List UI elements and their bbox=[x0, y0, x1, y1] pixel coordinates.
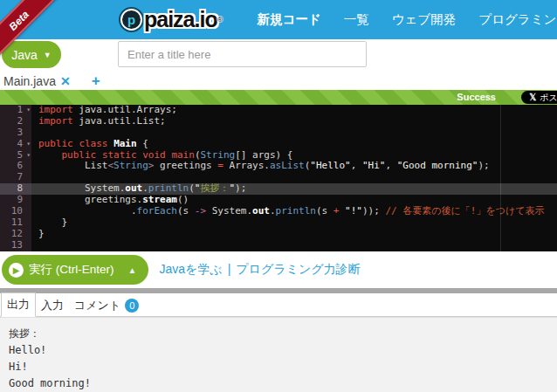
x-post-label: ポスト bbox=[540, 92, 557, 104]
code-line-text: .forEach(s -> System.out.println(s + "!"… bbox=[31, 206, 544, 217]
line-number: 3 bbox=[0, 127, 31, 139]
run-button[interactable]: ▶ 実行 (Ctrl-Enter) ▲ bbox=[2, 255, 148, 285]
code-line[interactable]: 13 bbox=[0, 240, 557, 251]
paiza-io-app: Beta p paiza.io ® 新規コード 一覧 ウェブ開発 プログラミング… bbox=[0, 0, 557, 392]
code-line-text: } bbox=[31, 217, 67, 229]
line-number: 1▾ bbox=[0, 105, 31, 116]
file-tabs-row: Main.java ✕ + bbox=[0, 72, 557, 90]
output-line: 挨拶： bbox=[9, 326, 548, 342]
x-twitter-icon: 𝕏 bbox=[529, 93, 536, 102]
line-number: 10 bbox=[0, 206, 31, 217]
top-navbar: p paiza.io ® 新規コード 一覧 ウェブ開発 プログラミング学習 bbox=[0, 0, 557, 39]
line-number: 6 bbox=[0, 161, 31, 172]
file-tab-main-java[interactable]: Main.java ✕ bbox=[3, 74, 71, 88]
line-number: 2 bbox=[0, 116, 31, 127]
code-line-text bbox=[31, 127, 38, 139]
comment-count-badge: 0 bbox=[125, 299, 139, 313]
language-selector-label: Java bbox=[11, 48, 38, 62]
code-lines: 1▾import java.util.Arrays;2import java.u… bbox=[0, 105, 557, 251]
status-progress-bar: Success 𝕏 ポスト bbox=[0, 90, 557, 105]
nav-item-list[interactable]: 一覧 bbox=[344, 11, 369, 28]
add-file-icon[interactable]: + bbox=[92, 72, 100, 90]
brand-logo[interactable]: p paiza.io ® bbox=[120, 7, 223, 32]
title-input[interactable] bbox=[118, 41, 367, 67]
line-number: 13 bbox=[0, 240, 31, 251]
skill-check-link[interactable]: プログラミング力診断 bbox=[236, 262, 360, 276]
code-line-text bbox=[31, 240, 38, 251]
line-number: 4▾ bbox=[0, 139, 31, 150]
tab-output[interactable]: 出力 bbox=[1, 292, 36, 317]
nav-item-web-dev[interactable]: ウェブ開発 bbox=[392, 11, 457, 28]
status-badge: Success bbox=[457, 92, 496, 102]
line-number: 8 bbox=[0, 183, 31, 195]
run-button-label: 実行 (Ctrl-Enter) bbox=[29, 262, 114, 278]
nav-item-programming-learning[interactable]: プログラミング学習 bbox=[478, 11, 557, 28]
tab-output-label: 出力 bbox=[7, 297, 30, 313]
line-number: 11 bbox=[0, 217, 31, 229]
learn-java-link[interactable]: Javaを学ぶ bbox=[159, 262, 222, 276]
brand-name: paiza.io bbox=[144, 7, 217, 32]
file-tab-label: Main.java bbox=[3, 74, 56, 88]
output-tabs-row: 出力 入力 コメント 0 bbox=[0, 293, 557, 317]
code-line-text: } bbox=[31, 229, 45, 240]
close-icon[interactable]: ✕ bbox=[60, 74, 71, 88]
code-line[interactable]: 11 } bbox=[0, 217, 557, 229]
fold-caret-icon[interactable]: ▾ bbox=[26, 150, 31, 162]
fold-caret-icon[interactable]: ▾ bbox=[26, 139, 31, 150]
code-line-text: List<String> greetings = Arrays.asList("… bbox=[31, 161, 490, 172]
line-number: 12 bbox=[0, 229, 31, 240]
tab-comments-label: コメント bbox=[74, 298, 120, 313]
language-selector[interactable]: Java ▼ bbox=[2, 41, 61, 68]
output-line: Hi! bbox=[9, 359, 548, 375]
learn-links: Javaを学ぶ|プログラミング力診断 bbox=[159, 262, 360, 278]
toolbar-row: Java ▼ bbox=[0, 39, 557, 72]
caret-up-icon[interactable]: ▲ bbox=[128, 265, 137, 275]
code-editor[interactable]: 1▾import java.util.Arrays;2import java.u… bbox=[0, 105, 557, 251]
line-number: 5▾ bbox=[0, 150, 31, 162]
trademark-symbol: ® bbox=[217, 16, 223, 24]
run-row: ▶ 実行 (Ctrl-Enter) ▲ Javaを学ぶ|プログラミング力診断 bbox=[0, 251, 557, 288]
code-line[interactable]: 10 .forEach(s -> System.out.println(s + … bbox=[0, 206, 557, 217]
tab-comments[interactable]: コメント 0 bbox=[69, 294, 144, 317]
x-post-button[interactable]: 𝕏 ポスト bbox=[521, 91, 557, 104]
paiza-logo-icon: p bbox=[120, 9, 142, 31]
output-panel: 挨拶： Hello! Hi! Good morning! bbox=[0, 317, 557, 392]
print-margin-line bbox=[500, 105, 501, 251]
code-line[interactable]: 6 List<String> greetings = Arrays.asList… bbox=[0, 161, 557, 172]
nav-item-new-code[interactable]: 新規コード bbox=[258, 11, 321, 28]
link-separator: | bbox=[228, 262, 231, 276]
play-icon: ▶ bbox=[9, 263, 24, 278]
code-line-text: import java.util.List; bbox=[31, 116, 166, 127]
navbar-menu: 新規コード 一覧 ウェブ開発 プログラミング学習 bbox=[235, 11, 557, 28]
fold-caret-icon[interactable]: ▾ bbox=[26, 105, 31, 116]
output-line: Hello! bbox=[9, 342, 548, 359]
line-number: 7 bbox=[0, 172, 31, 183]
output-line: Good morning! bbox=[9, 375, 548, 392]
code-line-text bbox=[31, 172, 38, 183]
caret-down-icon: ▼ bbox=[44, 51, 52, 59]
code-line[interactable]: 12} bbox=[0, 229, 557, 240]
code-line[interactable]: 2import java.util.List; bbox=[0, 116, 557, 127]
tab-input-label: 入力 bbox=[41, 298, 64, 313]
tab-input[interactable]: 入力 bbox=[36, 294, 69, 317]
